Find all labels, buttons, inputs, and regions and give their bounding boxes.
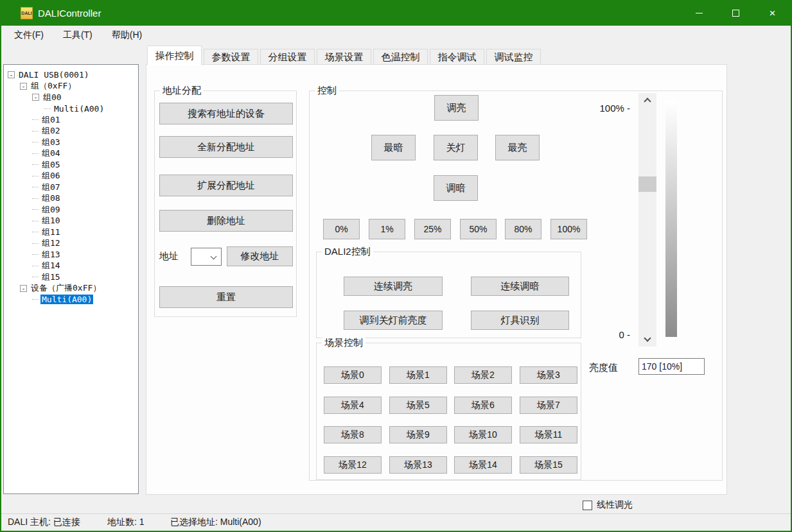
close-button[interactable]: × — [754, 0, 791, 26]
tab-5[interactable]: 指令调试 — [430, 49, 484, 65]
scene-button-4[interactable]: 场景4 — [324, 397, 382, 414]
tree-item[interactable]: 组01 — [4, 114, 138, 126]
tab-2[interactable]: 分组设置 — [260, 49, 315, 65]
assign-new-address-button[interactable]: 全新分配地址 — [159, 136, 293, 158]
tree-item[interactable]: 组07 — [4, 182, 138, 193]
tree-item-label[interactable]: Multi(A00) — [53, 104, 105, 114]
tab-1[interactable]: 参数设置 — [204, 49, 258, 65]
tree-item-label[interactable]: 设备（广播0xFF） — [30, 282, 102, 294]
tree-item-label[interactable]: 组09 — [40, 204, 62, 216]
continuous-dim-down-button[interactable]: 连续调暗 — [471, 277, 569, 296]
percent-button-80%[interactable]: 80% — [505, 219, 541, 239]
min-button[interactable]: 最暗 — [371, 135, 416, 160]
scene-button-6[interactable]: 场景6 — [454, 397, 512, 414]
scene-button-13[interactable]: 场景13 — [389, 456, 447, 474]
tree-item[interactable]: 组10 — [4, 216, 138, 227]
tree-item-label[interactable]: 组11 — [40, 227, 62, 238]
tree-item-label[interactable]: 组10 — [40, 215, 62, 227]
dim-up-button[interactable]: 调亮 — [434, 95, 479, 121]
tree-item-label[interactable]: 组03 — [40, 137, 62, 148]
linear-dimming-checkbox[interactable] — [583, 501, 592, 510]
address-combobox[interactable] — [191, 248, 222, 266]
tree-item[interactable]: Multi(A00) — [4, 294, 138, 305]
tree-item[interactable]: 组13 — [4, 249, 138, 261]
scene-button-0[interactable]: 场景0 — [324, 366, 382, 384]
scene-button-12[interactable]: 场景12 — [324, 456, 382, 474]
tab-6[interactable]: 调试监控 — [486, 49, 541, 65]
tree-item[interactable]: -组（0xFF） — [4, 81, 138, 92]
lamp-identify-button[interactable]: 灯具识别 — [471, 311, 569, 330]
scene-button-5[interactable]: 场景5 — [389, 397, 447, 414]
tree-item[interactable]: 组08 — [4, 193, 138, 205]
scene-button-10[interactable]: 场景10 — [454, 426, 512, 443]
tree-item-label[interactable]: 组15 — [40, 271, 62, 283]
reset-button[interactable]: 重置 — [159, 286, 293, 308]
modify-address-button[interactable]: 修改地址 — [227, 246, 293, 266]
menu-item-help[interactable]: 帮助(H) — [105, 30, 148, 41]
brightness-scrollbar[interactable] — [638, 93, 656, 347]
percent-button-50%[interactable]: 50% — [460, 219, 497, 239]
minimize-button[interactable] — [681, 0, 717, 26]
scene-button-3[interactable]: 场景3 — [520, 366, 577, 384]
scrollbar-thumb[interactable] — [638, 176, 656, 192]
tree-item-label[interactable]: 组06 — [40, 170, 62, 182]
percent-button-25%[interactable]: 25% — [414, 219, 451, 239]
tree-expander-icon[interactable]: - — [8, 71, 15, 78]
tree-item[interactable]: -DALI USB(0001) — [4, 69, 138, 81]
percent-button-1%[interactable]: 1% — [369, 219, 405, 239]
tree-item[interactable]: 组04 — [4, 148, 138, 160]
tree-item[interactable]: 组09 — [4, 204, 138, 216]
tree-item-label[interactable]: 组07 — [40, 182, 62, 193]
continuous-dim-up-button[interactable]: 连续调亮 — [344, 277, 443, 296]
tab-4[interactable]: 色温控制 — [373, 49, 428, 65]
tree-item[interactable]: 组05 — [4, 159, 138, 171]
menu-item-tools[interactable]: 工具(T) — [57, 30, 99, 41]
goto-last-level-button[interactable]: 调到关灯前亮度 — [344, 311, 443, 330]
brightness-value-field[interactable]: 170 [10%] — [638, 358, 705, 375]
scene-button-15[interactable]: 场景15 — [520, 456, 577, 474]
tree-item-label[interactable]: DALI USB(0001) — [17, 70, 91, 80]
tree-item[interactable]: 组03 — [4, 137, 138, 148]
tree-item-label[interactable]: 组13 — [40, 249, 62, 261]
tree-expander-icon[interactable]: - — [20, 285, 27, 292]
scene-button-14[interactable]: 场景14 — [454, 456, 512, 474]
dim-down-button[interactable]: 调暗 — [434, 175, 478, 201]
tree-item-label[interactable]: 组04 — [40, 148, 62, 159]
tree-item-label[interactable]: Multi(A00) — [40, 295, 93, 304]
extend-assign-address-button[interactable]: 扩展分配地址 — [159, 175, 293, 196]
tree-item-label[interactable]: 组02 — [40, 125, 62, 137]
tree-item[interactable]: 组06 — [4, 171, 138, 182]
tree-item[interactable]: 组15 — [4, 271, 138, 283]
tree-item[interactable]: 组11 — [4, 227, 138, 238]
tree-item[interactable]: 组12 — [4, 238, 138, 250]
scroll-down-icon[interactable] — [644, 334, 651, 341]
menu-item-file[interactable]: 文件(F) — [8, 30, 50, 41]
tree-item-label[interactable]: 组12 — [40, 237, 62, 249]
tree-item-label[interactable]: 组08 — [40, 193, 62, 204]
search-addressed-devices-button[interactable]: 搜索有地址的设备 — [159, 103, 293, 124]
tree-item[interactable]: 组02 — [4, 126, 138, 137]
tree-item-label[interactable]: 组（0xFF） — [30, 80, 77, 92]
tree-item[interactable]: -组00 — [4, 92, 138, 103]
percent-button-0%[interactable]: 0% — [323, 219, 360, 239]
scene-button-1[interactable]: 场景1 — [389, 366, 447, 384]
scroll-up-icon[interactable] — [644, 98, 651, 105]
scene-button-7[interactable]: 场景7 — [520, 397, 577, 414]
tree-expander-icon[interactable]: - — [32, 94, 39, 101]
tree-item-label[interactable]: 组05 — [40, 159, 62, 171]
percent-button-100%[interactable]: 100% — [550, 219, 587, 239]
tree-item[interactable]: Multi(A00) — [4, 103, 138, 115]
scene-button-11[interactable]: 场景11 — [520, 426, 577, 443]
tree-item-label[interactable]: 组14 — [40, 260, 62, 271]
tree-item-label[interactable]: 组01 — [40, 114, 62, 126]
tree-item[interactable]: -设备（广播0xFF） — [4, 283, 138, 295]
maximize-button[interactable] — [717, 0, 754, 26]
delete-address-button[interactable]: 删除地址 — [159, 210, 293, 232]
scene-button-9[interactable]: 场景9 — [389, 426, 447, 443]
tab-3[interactable]: 场景设置 — [317, 49, 371, 65]
scene-button-2[interactable]: 场景2 — [454, 366, 512, 384]
tab-0[interactable]: 操作控制 — [147, 46, 202, 65]
tree-item-label[interactable]: 组00 — [42, 92, 63, 103]
max-button[interactable]: 最亮 — [495, 135, 540, 160]
scene-button-8[interactable]: 场景8 — [324, 426, 382, 443]
